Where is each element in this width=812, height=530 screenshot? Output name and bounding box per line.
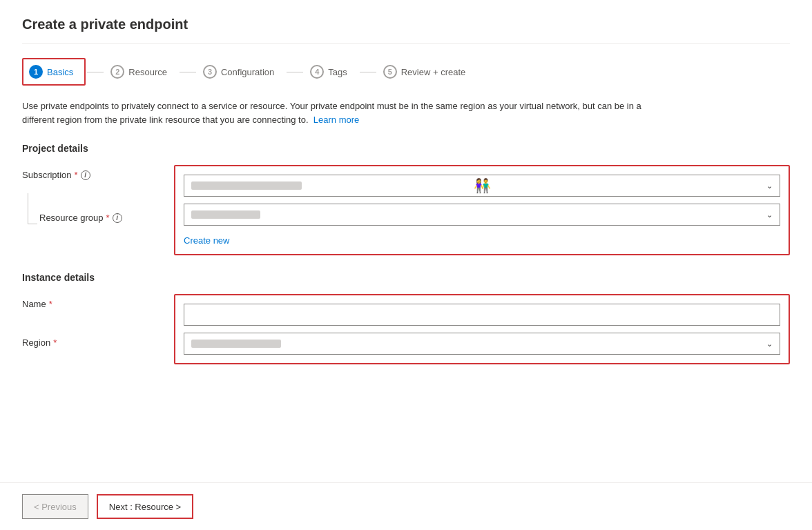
tab-sep-3 (287, 72, 303, 72)
project-details-section: Project details Subscription * i (22, 143, 790, 255)
tab-sep-2 (180, 72, 196, 72)
tab-tags-number: 4 (310, 65, 324, 79)
learn-more-link[interactable]: Learn more (313, 115, 359, 125)
tab-basics-label: Basics (47, 67, 73, 77)
previous-button[interactable]: < Previous (22, 494, 88, 519)
instance-details-heading: Instance details (22, 272, 790, 283)
subscription-info-icon[interactable]: i (81, 170, 90, 180)
tab-resource[interactable]: 2 Resource (105, 59, 178, 84)
tab-configuration-number: 3 (203, 65, 217, 79)
description-text: Use private endpoints to privately conne… (22, 99, 644, 126)
name-label: Name * (22, 299, 174, 309)
subscription-label: Subscription * i (22, 170, 174, 180)
resource-group-dropdown[interactable]: ⌄ (184, 204, 780, 226)
resource-group-label-row: Resource group * i (22, 208, 174, 235)
subscription-value (191, 181, 766, 190)
name-input[interactable] (184, 304, 780, 326)
region-label: Region * (22, 337, 174, 348)
region-blurred (191, 340, 281, 348)
region-dropdown[interactable]: ⌄ (184, 333, 780, 355)
tab-resource-number: 2 (110, 65, 124, 79)
subscription-dropdown[interactable]: ⌄ 👫 (184, 175, 780, 197)
rg-required: * (106, 213, 110, 223)
page-wrapper: Create a private endpoint 1 Basics 2 Res… (0, 0, 812, 530)
region-label-row: Region * (22, 333, 174, 348)
tab-review-create[interactable]: 5 Review + create (378, 59, 477, 84)
footer: < Previous Next : Resource > (0, 482, 812, 530)
name-label-row: Name * (22, 294, 174, 324)
tabs-row: 1 Basics 2 Resource 3 Configuration 4 Ta… (22, 58, 790, 86)
next-resource-button[interactable]: Next : Resource > (97, 494, 193, 519)
instance-details-box: ⌄ (174, 294, 790, 364)
project-labels-col: Subscription * i Resource group (22, 165, 174, 235)
tab-review-number: 5 (383, 65, 397, 79)
create-new-link[interactable]: Create new (184, 235, 229, 246)
page-title: Create a private endpoint (22, 17, 790, 44)
tab-resource-label: Resource (128, 67, 167, 77)
rg-connector (22, 213, 39, 235)
tab-basics-number: 1 (29, 65, 43, 79)
tab-configuration-label: Configuration (221, 67, 274, 77)
rg-blurred (191, 210, 260, 219)
rg-info-icon[interactable]: i (113, 213, 122, 223)
tab-sep-1 (87, 72, 104, 72)
main-content: Create a private endpoint 1 Basics 2 Res… (0, 0, 812, 482)
project-details-heading: Project details (22, 143, 790, 154)
subscription-required: * (75, 170, 78, 180)
tab-tags[interactable]: 4 Tags (304, 59, 358, 84)
tab-basics[interactable]: 1 Basics (22, 58, 86, 86)
tab-sep-4 (360, 72, 376, 72)
name-required: * (49, 299, 52, 309)
subscription-chevron-icon: ⌄ (766, 181, 773, 190)
resource-group-label: Resource group * i (39, 213, 122, 223)
rg-chevron-icon: ⌄ (766, 210, 773, 219)
subscription-label-row: Subscription * i (22, 165, 174, 201)
instance-details-section: Instance details Name * Region * (22, 272, 790, 364)
tab-configuration[interactable]: 3 Configuration (197, 59, 285, 84)
subscription-blurred (191, 181, 302, 190)
region-chevron-icon: ⌄ (766, 340, 773, 349)
project-details-box: ⌄ 👫 ⌄ Create new (174, 165, 790, 255)
instance-labels-col: Name * Region * (22, 294, 174, 348)
tab-tags-label: Tags (328, 67, 347, 77)
rg-value (191, 210, 766, 219)
tab-review-label: Review + create (401, 67, 466, 77)
region-value (191, 340, 766, 348)
region-required: * (53, 337, 57, 348)
